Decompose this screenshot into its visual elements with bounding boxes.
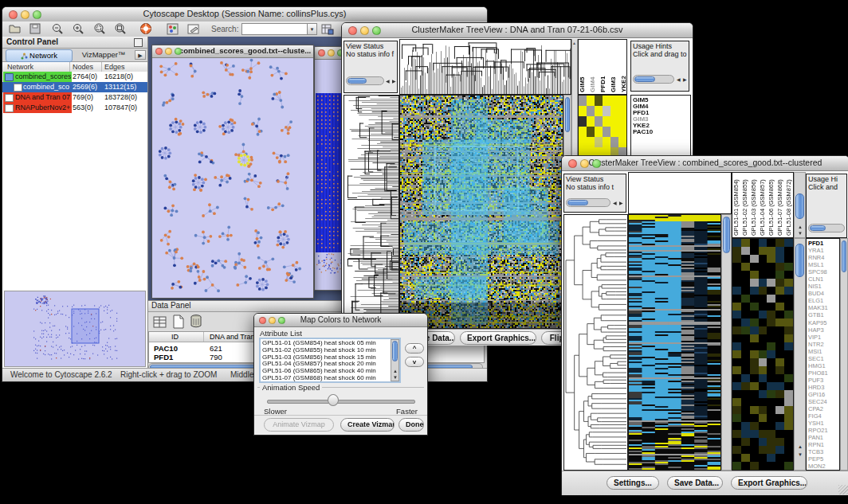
gene-label[interactable]: HRD3 (808, 384, 838, 391)
vizmapper-icon[interactable] (167, 23, 179, 35)
gene-label[interactable]: NTR2 (808, 341, 838, 348)
main-titlebar[interactable]: Cytoscape Desktop (Session Name: collins… (2, 7, 487, 22)
zoom-window-icon[interactable] (175, 48, 182, 55)
scroll-left-icon[interactable]: ◀ (386, 79, 390, 84)
gene-label[interactable]: NIS1 (808, 283, 838, 290)
close-icon[interactable] (9, 10, 18, 19)
gene-label[interactable]: SPC98 (808, 268, 838, 275)
gene-label[interactable]: RNR4 (808, 254, 838, 261)
gene-label[interactable]: YRA1 (808, 247, 838, 254)
settings-button[interactable]: Settings... (607, 476, 659, 490)
minimize-icon[interactable] (360, 26, 369, 35)
gene-label[interactable]: VIP1 (808, 334, 838, 341)
close-icon[interactable] (318, 49, 325, 57)
gene-label[interactable]: PUF3 (808, 377, 838, 384)
zoom-fit-icon[interactable] (114, 23, 127, 35)
save-data-button[interactable]: Save Data... (667, 476, 723, 490)
animation-slider-track[interactable] (267, 400, 415, 404)
gene-label[interactable]: GPI16 (808, 391, 838, 398)
zoom-window-icon[interactable] (592, 159, 601, 168)
minimize-icon[interactable] (165, 48, 172, 55)
column-labels-vscrollbar[interactable]: ▲ ▼ (794, 172, 806, 238)
zoom-selected-icon[interactable] (93, 23, 106, 35)
attribute-browser-icon[interactable] (321, 23, 334, 35)
gene-label[interactable]: ELG1 (808, 297, 838, 304)
zoom-window-icon[interactable] (372, 26, 381, 35)
column-dendrogram-panel[interactable] (628, 172, 732, 214)
gene-label[interactable]: PFD1 (808, 240, 838, 247)
view-status-hscrollbar[interactable] (346, 76, 384, 85)
open-file-icon[interactable] (9, 23, 22, 34)
treeview2-titlebar[interactable]: ClusterMaker TreeView : combined_scores_… (562, 156, 848, 171)
gene-label[interactable]: BUD4 (808, 290, 838, 297)
scroll-right-icon[interactable]: ▶ (619, 201, 623, 205)
new-attribute-icon[interactable] (172, 315, 185, 329)
gene-label[interactable]: PAN1 (808, 434, 838, 441)
minimize-icon[interactable] (328, 49, 335, 57)
global-heatmap[interactable] (400, 96, 563, 328)
create-vizmap-button[interactable]: Create Vizmap (340, 418, 395, 432)
gene-label[interactable]: KAP95 (808, 319, 838, 326)
annotation-icon[interactable] (187, 23, 200, 35)
attribute-list-vscrollbar[interactable]: ▲ ▼ (391, 339, 399, 381)
close-icon[interactable] (348, 26, 357, 35)
scroll-down-icon[interactable]: ▼ (393, 375, 398, 380)
delete-attribute-icon[interactable] (190, 314, 203, 329)
move-down-button[interactable]: v (405, 357, 424, 367)
gene-label[interactable]: MSL1 (808, 261, 838, 268)
scroll-up-icon[interactable]: ▲ (798, 225, 803, 229)
network-table-row[interactable]: RNAPuberNov2+563(0)107847(0) (2, 103, 147, 113)
gene-label[interactable]: MAK31 (808, 304, 838, 311)
scroll-up-icon[interactable]: ▲ (798, 444, 803, 449)
table-icon[interactable] (153, 315, 167, 329)
close-icon[interactable] (568, 159, 577, 168)
gene-label[interactable]: CLN1 (808, 275, 838, 283)
network-table-row[interactable]: combined_scores2764(0)16218(0) (2, 72, 147, 82)
zoom-in-icon[interactable] (73, 23, 84, 35)
zoom-out-icon[interactable] (52, 23, 64, 35)
gene-label[interactable]: SEC1 (808, 355, 838, 362)
scroll-right-icon[interactable]: ▶ (392, 79, 396, 84)
attribute-list[interactable]: GPL51-01 (GSM854) heat shock 05 minGPL51… (259, 338, 401, 383)
animation-slider-thumb[interactable] (328, 394, 339, 406)
gene-label[interactable]: FIG4 (808, 412, 838, 420)
network-table-row[interactable]: DNA and Tran 07769(0)183728(0) (2, 92, 147, 103)
export-graphics-button[interactable]: Export Graphics... (460, 331, 536, 345)
minimize-icon[interactable] (21, 10, 29, 19)
network-table-row[interactable]: combined_sco2569(6)13112(15) (2, 82, 147, 92)
tab-overflow-button[interactable]: ▶ (135, 50, 146, 60)
close-icon[interactable] (259, 317, 266, 324)
attribute-list-item[interactable]: GPL51-07 (GSM868) heat shock 60 min (262, 375, 398, 382)
row-dendrogram[interactable] (564, 215, 627, 470)
gene-label[interactable]: MON2 (808, 463, 838, 470)
gene-label[interactable]: CPA2 (808, 405, 838, 412)
heatmap-vscrollbar[interactable] (721, 214, 732, 471)
gene-list-vscrollbar[interactable] (840, 238, 848, 471)
zoom-window-icon[interactable] (278, 317, 285, 324)
row-dendrogram[interactable] (344, 96, 398, 328)
close-icon[interactable] (155, 48, 163, 55)
gene-label[interactable]: GTB1 (808, 311, 838, 318)
gene-label[interactable]: PHO81 (808, 369, 838, 377)
zoom-heatmap[interactable] (579, 96, 626, 158)
gene-label[interactable]: MSI1 (808, 348, 838, 355)
tab-network[interactable]: Network (6, 49, 73, 62)
zoom-heatmap[interactable] (732, 239, 793, 470)
zoom-window-icon[interactable] (33, 10, 41, 19)
scroll-up-icon[interactable]: ▲ (393, 369, 398, 373)
animate-vizmap-button[interactable]: Animate Vizmap (264, 418, 334, 432)
usage-hints-hscrollbar[interactable] (633, 75, 674, 84)
birdseye-view[interactable] (5, 291, 143, 365)
gene-label[interactable]: TCB3 (808, 448, 838, 455)
global-heatmap[interactable] (629, 215, 720, 470)
save-icon[interactable] (29, 23, 41, 34)
dialog-titlebar[interactable]: Map Colors to Network (254, 314, 427, 327)
float-panel-icon[interactable] (134, 38, 143, 47)
zoom-vscrollbar[interactable]: ▲ ▼ (794, 238, 806, 471)
view-status-hscrollbar[interactable] (566, 198, 610, 207)
export-graphics-button[interactable]: Export Graphics... (731, 476, 807, 490)
network-view[interactable] (152, 58, 312, 298)
gene-label[interactable]: HMG1 (808, 362, 838, 369)
gene-label[interactable]: PEP5 (808, 455, 838, 463)
usage-hints-hscrollbar[interactable] (808, 224, 845, 232)
